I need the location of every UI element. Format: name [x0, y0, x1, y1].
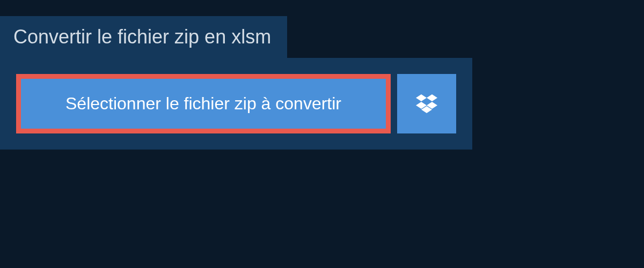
- page-title: Convertir le fichier zip en xlsm: [13, 26, 271, 48]
- header-tab: Convertir le fichier zip en xlsm: [0, 16, 287, 58]
- dropbox-icon: [416, 94, 437, 114]
- upload-panel: Sélectionner le fichier zip à convertir: [0, 58, 472, 150]
- button-row: Sélectionner le fichier zip à convertir: [16, 74, 456, 133]
- dropbox-button[interactable]: [397, 74, 456, 133]
- select-file-button[interactable]: Sélectionner le fichier zip à convertir: [16, 74, 391, 133]
